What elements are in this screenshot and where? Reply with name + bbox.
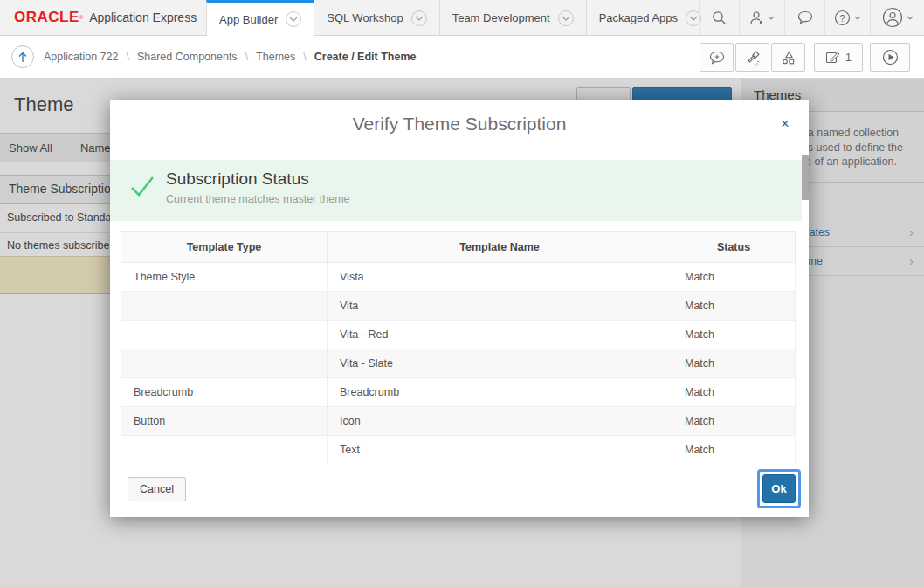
edit-page-number: 1 xyxy=(845,52,852,64)
oracle-brand: ORACLE xyxy=(14,9,79,26)
apex-application: ORACLE® Application Express App Builder … xyxy=(0,0,924,587)
administration-icon[interactable] xyxy=(739,0,784,35)
table-row: Vita - Slate Match xyxy=(121,349,796,378)
breadcrumb-application[interactable]: Application 722 xyxy=(44,51,118,63)
cell-template-name: Breadcrumb xyxy=(328,378,672,407)
status-detail: Current theme matches master theme xyxy=(166,193,350,205)
chevron-down-icon xyxy=(907,16,914,20)
breadcrumb-current-page: Create / Edit Theme xyxy=(314,51,417,63)
cell-status: Match xyxy=(672,292,796,321)
status-heading: Subscription Status xyxy=(166,169,309,189)
tab-packaged-apps[interactable]: Packaged Apps xyxy=(587,0,714,36)
breadcrumb-separator: \ xyxy=(126,51,128,63)
registered-mark: ® xyxy=(79,11,83,24)
table-row: Breadcrumb Breadcrumb Match xyxy=(121,378,796,407)
cell-template-type xyxy=(121,349,328,378)
cell-template-type xyxy=(121,436,328,465)
ok-button-focus-ring: Ok xyxy=(757,469,801,508)
table-row: Vita Match xyxy=(121,292,796,321)
tab-sql-workshop[interactable]: SQL Workshop xyxy=(314,0,439,36)
breadcrumb-separator: \ xyxy=(303,51,306,63)
cell-template-name: Vita xyxy=(328,292,672,321)
cell-template-type: Button xyxy=(121,407,328,436)
dialog-title: Verify Theme Subscription xyxy=(110,100,809,148)
oracle-logo: ORACLE® Application Express xyxy=(14,0,197,35)
cell-status: Match xyxy=(672,321,796,349)
run-app-icon[interactable] xyxy=(870,43,910,72)
success-banner: Subscription Status Current theme matche… xyxy=(110,160,802,221)
tab-label: Packaged Apps xyxy=(599,11,678,24)
tab-app-builder[interactable]: App Builder xyxy=(206,0,314,36)
top-navigation-bar: ORACLE® Application Express App Builder … xyxy=(0,0,924,36)
column-header-status: Status xyxy=(672,232,796,263)
help-icon[interactable]: ? xyxy=(824,0,870,35)
chevron-down-icon[interactable] xyxy=(286,11,301,27)
column-header-template-name: Template Name xyxy=(328,232,672,263)
cell-template-type xyxy=(121,321,328,349)
cell-status: Match xyxy=(672,349,796,378)
user-account-icon[interactable] xyxy=(870,0,924,35)
cell-template-type: Theme Style xyxy=(121,263,328,292)
dialog-scrollbar-thumb[interactable] xyxy=(802,155,809,200)
add-feedback-icon[interactable] xyxy=(700,43,734,72)
check-icon xyxy=(129,174,155,198)
tab-label: Team Development xyxy=(452,11,550,24)
chevron-down-icon xyxy=(768,16,775,20)
ok-button[interactable]: Ok xyxy=(762,474,796,503)
main-nav-tabs: App Builder SQL Workshop Team Developmen… xyxy=(206,0,714,36)
cell-template-name: Vita - Slate xyxy=(328,349,672,378)
up-level-icon[interactable] xyxy=(11,45,34,68)
theme-roller-icon[interactable] xyxy=(735,43,769,72)
table-row: Theme Style Vista Match xyxy=(121,263,796,292)
tab-label: SQL Workshop xyxy=(327,11,403,24)
search-icon[interactable] xyxy=(699,0,739,35)
table-row: Text Match xyxy=(121,436,796,465)
tab-label: App Builder xyxy=(219,13,278,26)
utility-icons: ? xyxy=(699,0,924,35)
chevron-down-icon[interactable] xyxy=(411,10,427,26)
breadcrumb-themes[interactable]: Themes xyxy=(256,51,295,63)
cell-template-name: Vista xyxy=(328,263,672,292)
cell-template-name: Text xyxy=(328,436,672,465)
cell-status: Match xyxy=(672,263,796,292)
template-verification-table: Template Type Template Name Status Theme… xyxy=(121,231,796,464)
cell-template-type: Breadcrumb xyxy=(121,378,328,407)
cell-template-name: Icon xyxy=(328,407,672,436)
cell-template-name: Vita - Red xyxy=(328,321,672,349)
table-row: Button Icon Match xyxy=(121,407,796,436)
close-icon[interactable]: × xyxy=(775,114,796,135)
breadcrumb-separator: \ xyxy=(245,51,248,63)
breadcrumb: Application 722 \ Shared Components \ Th… xyxy=(44,36,416,78)
breadcrumb-bar: Application 722 \ Shared Components \ Th… xyxy=(0,36,924,79)
column-header-template-type: Template Type xyxy=(121,232,328,263)
table-row: Vita - Red Match xyxy=(121,321,796,349)
breadcrumb-shared-components[interactable]: Shared Components xyxy=(137,51,238,63)
cancel-button[interactable]: Cancel xyxy=(128,477,186,501)
shared-components-icon[interactable] xyxy=(771,43,805,72)
chevron-down-icon[interactable] xyxy=(558,10,574,26)
svg-text:?: ? xyxy=(839,12,845,23)
tab-team-development[interactable]: Team Development xyxy=(440,0,587,36)
page-toolbar: 1 xyxy=(698,43,910,72)
product-name: Application Express xyxy=(89,10,197,24)
feedback-icon[interactable] xyxy=(784,0,824,35)
cell-template-type xyxy=(121,292,328,321)
cell-status: Match xyxy=(672,436,796,465)
dialog-footer: Cancel Ok xyxy=(110,464,809,517)
edit-page-icon[interactable]: 1 xyxy=(814,43,863,72)
chevron-down-icon xyxy=(854,16,861,20)
verify-theme-subscription-dialog: Verify Theme Subscription × Subscription… xyxy=(110,100,809,517)
table-header-row: Template Type Template Name Status xyxy=(121,232,796,263)
dialog-body: Subscription Status Current theme matche… xyxy=(110,148,809,464)
cell-status: Match xyxy=(672,378,796,407)
cell-status: Match xyxy=(672,407,796,436)
